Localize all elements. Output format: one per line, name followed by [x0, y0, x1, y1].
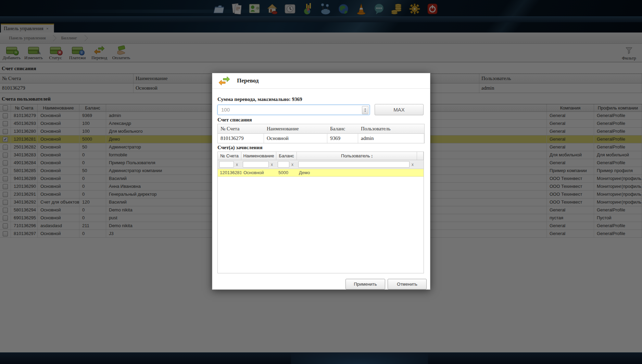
column-header[interactable]: Баланс	[276, 152, 297, 160]
table-cell: 120136281	[218, 169, 241, 176]
table-row[interactable]: 120136281 Основной 5000 Демо	[218, 169, 424, 177]
transfer-arrows-icon	[218, 76, 230, 88]
modal-credit-header: № Счета Наименование Баланс Пользователь…	[218, 152, 424, 160]
apply-button[interactable]: Применить	[345, 279, 385, 289]
cancel-button[interactable]: Отменить	[388, 279, 427, 289]
amount-input[interactable]: 100 ▲▼	[217, 105, 370, 115]
column-header[interactable]: № Счета	[218, 152, 241, 160]
table-cell: Демо	[297, 169, 417, 176]
table-cell: Основной	[241, 169, 276, 176]
transfer-dialog: Перевод Сумма перевода, максимально: 936…	[212, 73, 430, 290]
filter-input-account[interactable]	[219, 161, 234, 168]
scrollbar-gutter	[417, 152, 424, 160]
amount-label: Сумма перевода, максимально: 9369	[217, 96, 302, 102]
filter-input-user[interactable]	[298, 161, 410, 168]
table-cell: 9369	[327, 134, 358, 143]
clear-filter-button[interactable]: x	[289, 162, 295, 167]
scrollbar-gutter	[417, 169, 424, 176]
column-header: Баланс	[327, 124, 358, 133]
modal-debit-header: № Счета Наименование Баланс Пользователь	[218, 124, 424, 134]
column-header: № Счета	[218, 124, 264, 133]
scrollbar-gutter	[417, 160, 424, 169]
column-header-user[interactable]: Пользователь▴▾	[297, 152, 417, 160]
filter-row: x x x x	[218, 160, 424, 169]
table-cell: Основной	[264, 134, 327, 143]
filter-input-balance[interactable]	[278, 161, 289, 168]
column-header[interactable]: Наименование	[241, 152, 276, 160]
modal-credit-table: № Счета Наименование Баланс Пользователь…	[217, 152, 424, 273]
filter-input-name[interactable]	[243, 161, 269, 168]
modal-credit-title: Счет(а) зачисления	[217, 145, 263, 151]
application-window: @	[0, 0, 642, 364]
modal-debit-title: Счет списания	[217, 117, 252, 123]
table-cell: admin	[358, 134, 424, 143]
table-cell: 810136279	[218, 134, 264, 143]
amount-value: 100	[221, 105, 230, 115]
clear-filter-button[interactable]: x	[410, 162, 416, 167]
sort-icon: ▴▾	[371, 154, 373, 158]
column-header: Пользователь	[358, 124, 424, 133]
modal-debit-table: № Счета Наименование Баланс Пользователь…	[217, 124, 425, 143]
column-header: Наименование	[264, 124, 327, 133]
clear-filter-button[interactable]: x	[234, 162, 240, 167]
table-cell: 5000	[276, 169, 297, 176]
clear-filter-button[interactable]: x	[269, 162, 275, 167]
dialog-title: Перевод	[237, 73, 259, 88]
spinner-stepper[interactable]: ▲▼	[362, 106, 368, 114]
max-button[interactable]: MAX	[375, 104, 424, 115]
dialog-header: Перевод	[212, 73, 430, 89]
